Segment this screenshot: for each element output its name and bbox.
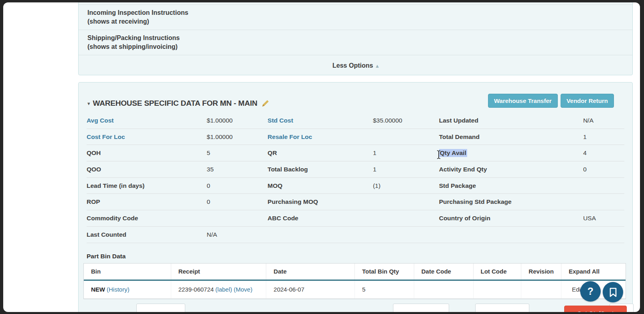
qr-value: 1 [373, 149, 439, 157]
lot-code-input-field[interactable] [475, 304, 529, 312]
column-header-date-code: Date Code [414, 264, 474, 280]
incoming-inspection-sublabel: (shows at receiving) [87, 17, 632, 26]
commodity-code-label: Commodity Code [87, 215, 207, 222]
part-bin-table: Bin Receipt Date Total Bin Qty Date Code… [83, 263, 626, 299]
lead-time-label: Lead Time (in days) [87, 182, 207, 189]
qoh-label: QOH [87, 149, 207, 157]
collapse-caret-icon[interactable] [87, 100, 93, 107]
country-of-origin-value: USA [583, 215, 624, 222]
app-page: Incoming Inspection Instructions (shows … [3, 2, 640, 312]
field-row: ROP 0 Purchasing MOQ Purchasing Std Pack… [87, 194, 624, 210]
column-header-total-bin-qty: Total Bin Qty [355, 264, 414, 280]
purchasing-moq-label: Purchasing MOQ [267, 198, 373, 205]
qr-label: QR [267, 149, 373, 157]
expand-all-link[interactable]: Expand All [561, 264, 626, 280]
field-row: Last Counted N/A [87, 227, 624, 243]
revision-value [521, 281, 561, 298]
last-updated-value: N/A [583, 117, 624, 124]
warehouse-data-card: WAREHOUSE SPECIFIC DATA FOR MN - MAIN Wa… [78, 82, 633, 312]
warehouse-transfer-button[interactable]: Warehouse Transfer [488, 94, 558, 108]
lead-time-value: 0 [207, 182, 268, 189]
get-qty-cost-button[interactable]: Get Qty/Cost [564, 306, 627, 312]
bookmark-button[interactable] [603, 282, 623, 302]
abc-code-label: ABC Code [267, 215, 373, 222]
date-code-value [414, 281, 474, 298]
receipt-number: 2239-060724 [178, 286, 214, 293]
cost-for-loc-value: $1.00000 [207, 133, 268, 141]
column-header-lot-code: Lot Code [474, 264, 522, 280]
total-backlog-label: Total Backlog [267, 166, 373, 173]
field-row: QOH 5 QR 1 Qty Avail 4 [87, 145, 624, 161]
warehouse-card-title: WAREHOUSE SPECIFIC DATA FOR MN - MAIN [93, 99, 257, 108]
avg-cost-link[interactable]: Avg Cost [87, 117, 207, 124]
receipt-date: 2024-06-07 [266, 281, 355, 298]
purchasing-std-package-label: Purchasing Std Package [439, 198, 583, 205]
shipping-packing-row: Shipping/Packing Instructions (shows at … [79, 30, 632, 55]
moq-value: (1) [373, 182, 439, 189]
bookmark-icon [609, 287, 618, 298]
field-row: Commodity Code ABC Code Country of Origi… [87, 210, 624, 227]
total-backlog-value: 1 [373, 166, 439, 173]
resale-for-loc-link[interactable]: Resale For Loc [267, 133, 373, 141]
qoo-label: QOO [87, 166, 207, 173]
std-package-label: Std Package [439, 182, 583, 189]
column-header-revision: Revision [521, 264, 561, 280]
qty-avail-selected-text: Qty Avail [439, 149, 467, 157]
rop-value: 0 [207, 198, 268, 205]
qoo-value: 35 [207, 166, 268, 173]
qty-avail-label: Qty Avail [439, 149, 583, 157]
last-counted-value: N/A [207, 231, 268, 238]
field-row: Avg Cost $1.00000 Std Cost $35.00000 Las… [87, 113, 624, 129]
qoh-value: 5 [207, 149, 268, 157]
column-header-date: Date [266, 264, 355, 280]
part-bin-table-header: Bin Receipt Date Total Bin Qty Date Code… [84, 264, 626, 281]
edit-pencil-icon[interactable] [261, 99, 269, 107]
total-demand-value: 1 [583, 133, 624, 141]
field-row: Cost For Loc $1.00000 Resale For Loc Tot… [87, 129, 624, 145]
warehouse-fields-grid: Avg Cost $1.00000 Std Cost $35.00000 Las… [79, 113, 632, 243]
country-of-origin-label: Country of Origin [439, 215, 583, 222]
column-header-bin: Bin [84, 264, 171, 280]
total-demand-label: Total Demand [439, 133, 583, 141]
std-cost-value: $35.00000 [373, 117, 439, 124]
question-mark-icon: ? [587, 286, 593, 297]
bin-name: NEW [91, 286, 105, 293]
bin-history-link[interactable]: (History) [107, 286, 130, 293]
part-bin-data-title: Part Bin Data [79, 243, 632, 263]
table-row: NEW (History) 2239-060724 (label) (Move)… [84, 281, 626, 299]
qty-avail-value: 4 [583, 149, 624, 157]
help-button[interactable]: ? [580, 281, 601, 302]
field-row: QOO 35 Total Backlog 1 Activity End Qty … [87, 161, 624, 178]
receipt-label-link[interactable]: (label) [215, 286, 232, 293]
receipt-move-link[interactable]: (Move) [234, 286, 253, 293]
activity-end-qty-label: Activity End Qty [439, 166, 583, 173]
moq-label: MOQ [267, 182, 373, 189]
date-code-input-field[interactable] [393, 304, 449, 312]
last-updated-label: Last Updated [439, 117, 583, 124]
column-header-receipt: Receipt [171, 264, 267, 280]
activity-end-qty-value: 0 [583, 166, 624, 173]
incoming-inspection-row: Incoming Inspection Instructions (shows … [79, 4, 632, 30]
last-counted-label: Last Counted [87, 231, 207, 238]
std-cost-link[interactable]: Std Cost [267, 117, 373, 124]
warehouse-card-header: WAREHOUSE SPECIFIC DATA FOR MN - MAIN Wa… [79, 83, 632, 113]
cost-for-loc-link[interactable]: Cost For Loc [87, 133, 207, 141]
incoming-inspection-label: Incoming Inspection Instructions [87, 8, 632, 17]
bin-input-field[interactable] [136, 304, 185, 312]
text-cursor-icon [436, 150, 441, 159]
caret-up-icon [373, 62, 379, 69]
avg-cost-value: $1.00000 [207, 117, 268, 124]
vendor-return-button[interactable]: Vendor Return [561, 94, 614, 108]
shipping-packing-sublabel: (shows at shipping/invoicing) [87, 42, 632, 51]
less-options-label: Less Options [332, 62, 373, 69]
less-options-toggle[interactable]: Less Options [79, 55, 632, 76]
more-options-card: Incoming Inspection Instructions (shows … [78, 2, 633, 75]
rop-label: ROP [87, 198, 207, 205]
shipping-packing-label: Shipping/Packing Instructions [87, 34, 632, 42]
lot-code-value [474, 281, 522, 298]
total-bin-qty-value: 5 [355, 281, 414, 298]
field-row: Lead Time (in days) 0 MOQ (1) Std Packag… [87, 178, 624, 194]
